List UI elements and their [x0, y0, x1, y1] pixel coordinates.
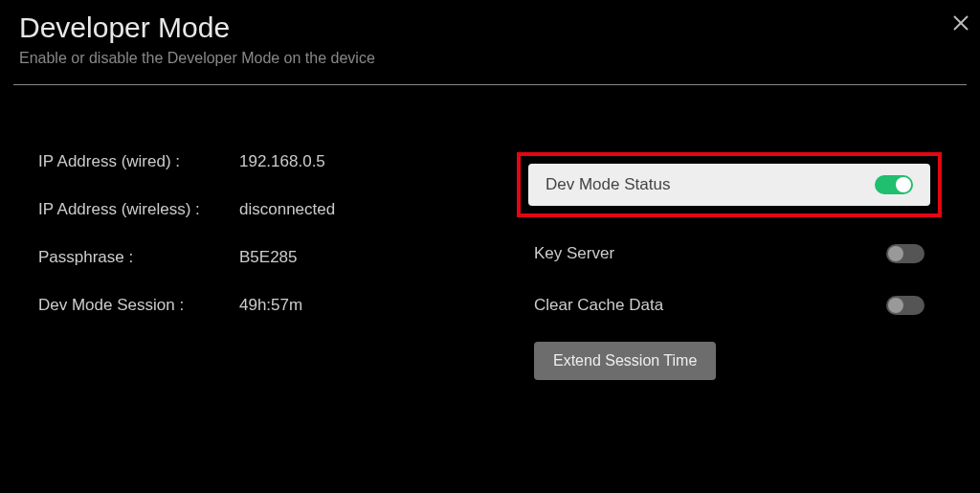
close-icon: [949, 21, 972, 37]
ip-wired-row: IP Address (wired) : 192.168.0.5: [38, 152, 459, 171]
key-server-toggle[interactable]: [886, 244, 924, 263]
dev-mode-status-toggle[interactable]: [875, 175, 913, 194]
session-row: Dev Mode Session : 49h:57m: [38, 296, 459, 315]
highlight-annotation: Dev Mode Status: [517, 152, 942, 217]
controls-panel: Dev Mode Status Key Server Clear Cache D…: [517, 152, 942, 380]
passphrase-row: Passphrase : B5E285: [38, 248, 459, 267]
passphrase-label: Passphrase :: [38, 248, 239, 267]
ip-wireless-value: disconnected: [239, 200, 335, 219]
clear-cache-row[interactable]: Clear Cache Data: [517, 284, 942, 326]
dev-mode-status-row[interactable]: Dev Mode Status: [528, 164, 930, 206]
page-subtitle: Enable or disable the Developer Mode on …: [19, 50, 961, 67]
page-title: Developer Mode: [19, 11, 961, 44]
info-panel: IP Address (wired) : 192.168.0.5 IP Addr…: [38, 152, 459, 380]
ip-wireless-row: IP Address (wireless) : disconnected: [38, 200, 459, 219]
ip-wireless-label: IP Address (wireless) :: [38, 200, 239, 219]
clear-cache-label: Clear Cache Data: [534, 296, 663, 315]
ip-wired-value: 192.168.0.5: [239, 152, 325, 171]
dev-mode-status-label: Dev Mode Status: [546, 175, 670, 194]
session-label: Dev Mode Session :: [38, 296, 239, 315]
extend-session-button[interactable]: Extend Session Time: [534, 342, 716, 380]
ip-wired-label: IP Address (wired) :: [38, 152, 239, 171]
passphrase-value: B5E285: [239, 248, 298, 267]
clear-cache-toggle[interactable]: [886, 296, 924, 315]
session-value: 49h:57m: [239, 296, 302, 315]
key-server-row[interactable]: Key Server: [517, 233, 942, 275]
close-button[interactable]: [949, 11, 972, 34]
key-server-label: Key Server: [534, 244, 614, 263]
